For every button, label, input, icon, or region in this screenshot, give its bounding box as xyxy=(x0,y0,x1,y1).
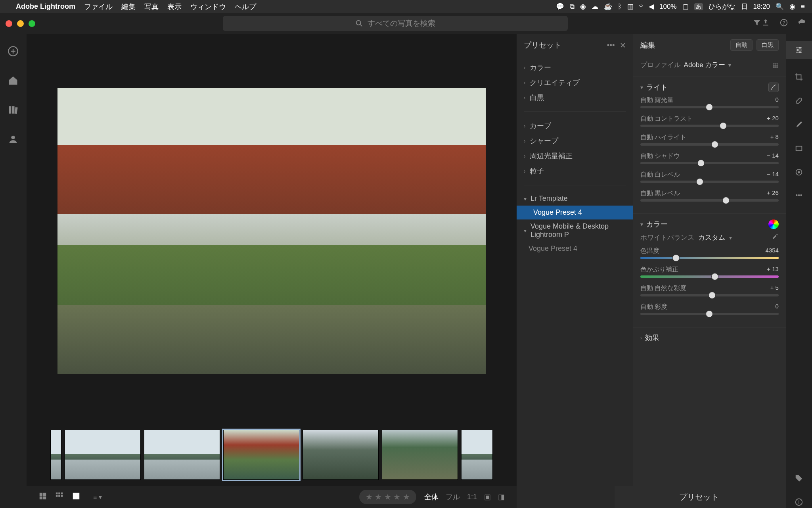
preset-group[interactable]: ›周辺光量補正 xyxy=(517,148,633,164)
chevron-down-icon[interactable]: ▾ xyxy=(728,62,731,68)
share-button[interactable] xyxy=(761,18,770,29)
people-button[interactable] xyxy=(8,134,19,146)
presets-close-button[interactable]: ✕ xyxy=(620,41,626,50)
tag-button[interactable] xyxy=(795,474,803,484)
star-rating[interactable]: ★ ★ ★ ★ ★ xyxy=(359,490,416,504)
menu-view[interactable]: 表示 xyxy=(167,2,182,12)
chevron-down-icon[interactable]: ▾ xyxy=(640,84,643,90)
slider-色かぶり補正[interactable]: 色かぶり補正+ 13 xyxy=(640,266,779,278)
tone-curve-button[interactable] xyxy=(768,83,779,92)
slider-自動 ハイライト[interactable]: 自動 ハイライト+ 8 xyxy=(640,133,779,146)
battery-icon[interactable]: ▥ xyxy=(627,2,634,11)
filter-button[interactable] xyxy=(753,18,761,29)
profile-browse-button[interactable]: ▦ xyxy=(772,61,779,69)
thumbnail[interactable] xyxy=(382,430,458,480)
siri-icon[interactable]: ◉ xyxy=(789,2,795,11)
info-button[interactable]: i xyxy=(795,498,803,508)
minimize-window-button[interactable] xyxy=(17,20,24,27)
slider-自動 露光量[interactable]: 自動 露光量0 xyxy=(640,96,779,108)
menu-file[interactable]: ファイル xyxy=(84,2,113,12)
healing-tool-button[interactable] xyxy=(795,96,803,107)
menu-edit[interactable]: 編集 xyxy=(121,2,136,12)
preset-group[interactable]: ›クリエイティブ xyxy=(517,75,633,90)
crop-tool-button[interactable] xyxy=(795,73,803,83)
menu-icon[interactable]: ≡ xyxy=(801,3,805,11)
presets-menu-button[interactable]: ••• xyxy=(607,41,615,50)
auto-button[interactable]: 自動 xyxy=(730,39,753,51)
preset-group[interactable]: ›シャープ xyxy=(517,133,633,148)
preset-item-selected[interactable]: Vogue Preset 4 xyxy=(517,206,633,219)
library-button[interactable] xyxy=(8,104,19,117)
grid-view-button[interactable] xyxy=(38,492,47,502)
grid-small-button[interactable] xyxy=(55,492,64,502)
thumbnail[interactable] xyxy=(144,430,220,480)
preset-group[interactable]: ›カーブ xyxy=(517,118,633,133)
slider-自動 黒レベル[interactable]: 自動 黒レベル+ 26 xyxy=(640,189,779,202)
slider-色温度[interactable]: 色温度4354 xyxy=(640,247,779,259)
thumbnail[interactable] xyxy=(50,430,61,480)
presets-footer-button[interactable]: プリセット xyxy=(615,486,783,508)
ime-badge[interactable]: あ xyxy=(694,3,703,10)
linear-gradient-button[interactable] xyxy=(795,144,803,154)
zoom-fill[interactable]: フル xyxy=(446,492,460,502)
slider-自動 彩度[interactable]: 自動 彩度0 xyxy=(640,303,779,315)
before-after-button[interactable]: ▣ xyxy=(484,493,491,501)
profile-value[interactable]: Adobe カラー xyxy=(684,60,726,69)
help-button[interactable]: ? xyxy=(779,18,788,29)
spotlight-icon[interactable]: 🔍 xyxy=(776,2,784,11)
preset-group-vogue-mobile[interactable]: ▾Vogue Mobile & Desktop Lightroom P xyxy=(517,219,633,242)
home-button[interactable] xyxy=(8,75,19,88)
thumbnail[interactable] xyxy=(65,430,141,480)
menu-help[interactable]: ヘルプ xyxy=(235,2,256,12)
slider-knob[interactable] xyxy=(696,178,703,185)
preset-group[interactable]: ›白黒 xyxy=(517,90,633,105)
zoom-fit[interactable]: 全体 xyxy=(424,492,439,502)
bluetooth-icon[interactable]: ᛒ xyxy=(618,3,622,11)
radial-gradient-button[interactable] xyxy=(795,168,803,178)
more-tools-button[interactable]: ••• xyxy=(796,192,802,199)
slider-knob[interactable] xyxy=(697,160,705,167)
compare-button[interactable]: ◨ xyxy=(498,493,505,501)
photo-viewport[interactable] xyxy=(27,34,517,428)
add-photos-button[interactable] xyxy=(8,46,19,58)
eyedropper-button[interactable] xyxy=(772,233,779,242)
slider-knob[interactable] xyxy=(672,254,680,262)
slider-knob[interactable] xyxy=(720,122,727,129)
wifi-icon[interactable]: ⌔ xyxy=(639,3,643,11)
filmstrip[interactable] xyxy=(27,428,517,486)
chevron-down-icon[interactable]: ▾ xyxy=(729,235,732,241)
thumbnail[interactable] xyxy=(303,430,379,480)
chevron-down-icon[interactable]: ▾ xyxy=(640,221,643,227)
slider-knob[interactable] xyxy=(711,273,718,280)
preset-group[interactable]: ›粒子 xyxy=(517,164,633,179)
dropbox-icon[interactable]: ⧉ xyxy=(570,3,575,11)
menu-photo[interactable]: 写真 xyxy=(144,2,159,12)
thumbnail[interactable] xyxy=(461,430,493,480)
section-effects[interactable]: › 効果 xyxy=(633,327,786,352)
preset-item-child[interactable]: Vogue Preset 4 xyxy=(517,242,633,256)
slider-自動 シャドウ[interactable]: 自動 シャドウ− 14 xyxy=(640,152,779,164)
app-name[interactable]: Adobe Lightroom xyxy=(16,2,75,11)
volume-icon[interactable]: ◀︎ xyxy=(649,2,654,11)
color-mixer-button[interactable] xyxy=(768,219,779,229)
zoom-1to1[interactable]: 1:1 xyxy=(467,493,477,501)
java-icon[interactable]: ☕ xyxy=(604,2,612,11)
slider-自動 白レベル[interactable]: 自動 白レベル− 14 xyxy=(640,171,779,183)
single-view-button[interactable] xyxy=(72,492,80,502)
cc-icon[interactable]: ◉ xyxy=(580,2,586,11)
search-input[interactable]: すべての写真を検索 xyxy=(223,16,568,31)
slider-knob[interactable] xyxy=(709,292,716,299)
bw-button[interactable]: 白黒 xyxy=(756,39,779,51)
close-window-button[interactable] xyxy=(6,20,12,27)
wb-value[interactable]: カスタム xyxy=(698,233,725,242)
sort-button[interactable]: ≡ ▾ xyxy=(93,493,102,501)
thumbnail-selected[interactable] xyxy=(223,430,299,480)
preset-group-lr-template[interactable]: ▾Lr Template xyxy=(517,192,633,206)
fullscreen-window-button[interactable] xyxy=(29,20,35,27)
cloud-sync-button[interactable] xyxy=(798,18,806,29)
slider-knob[interactable] xyxy=(706,104,713,111)
clock[interactable]: 18:20 xyxy=(753,3,770,11)
menu-window[interactable]: ウィンドウ xyxy=(190,2,226,12)
cloud-icon[interactable]: ☁︎ xyxy=(592,2,598,11)
brush-tool-button[interactable] xyxy=(795,120,803,131)
